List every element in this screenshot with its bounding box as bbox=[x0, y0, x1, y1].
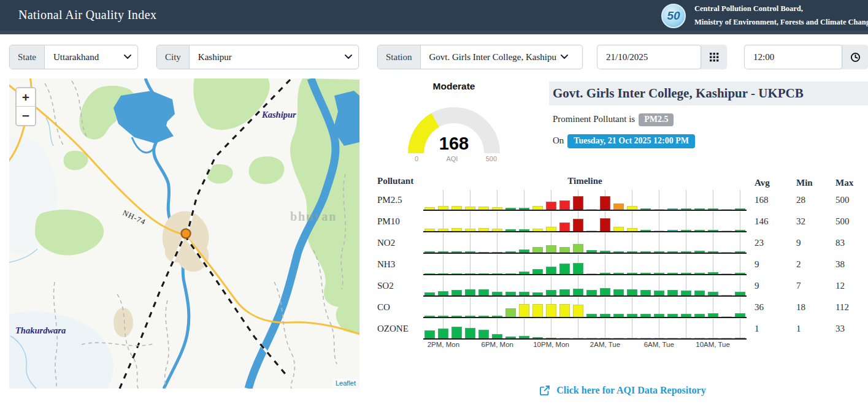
timeline-bar bbox=[438, 316, 448, 317]
timeline-bar bbox=[735, 338, 745, 339]
timeline-bar bbox=[654, 338, 664, 339]
timeline-bar bbox=[694, 230, 705, 231]
timeline-bar bbox=[532, 292, 543, 295]
pollutant-min: 2 bbox=[788, 254, 828, 275]
timeline-bar bbox=[492, 292, 502, 295]
aqi-gauge-block: Moderate 168 0 AQI 500 bbox=[377, 81, 531, 92]
timeline-bar bbox=[559, 200, 570, 210]
timeline-bar bbox=[546, 267, 556, 274]
station-filter-group: Station Govt. Girls Inter College, Kashi… bbox=[377, 45, 583, 69]
timeline-bar bbox=[721, 316, 732, 318]
date-field-group: 21/10/2025 bbox=[597, 45, 727, 69]
state-select[interactable]: Uttarakhand bbox=[45, 45, 124, 69]
timeline-gridline bbox=[686, 319, 686, 338]
timeline-bar bbox=[519, 208, 529, 210]
timeline-bar bbox=[654, 230, 664, 232]
timeline-bar bbox=[613, 338, 624, 339]
pollutant-table-header: Pollutant Timeline Avg Min Max bbox=[377, 176, 868, 189]
pollutant-min: 9 bbox=[788, 232, 828, 254]
chevron-down-icon bbox=[124, 45, 137, 69]
timeline-bar bbox=[559, 247, 570, 253]
timeline-gridline bbox=[470, 233, 470, 253]
timeline-bar bbox=[708, 338, 718, 339]
timeline-bar bbox=[640, 230, 651, 231]
timeline-bar bbox=[721, 230, 732, 232]
date-input[interactable]: 21/10/2025 bbox=[597, 45, 701, 69]
leaflet-map[interactable]: Kashipur Thakurdwara NH-74 bhuvan + − Le… bbox=[9, 78, 359, 389]
timeline-bar bbox=[613, 289, 624, 295]
timeline-bar bbox=[667, 290, 678, 295]
timeline-bar bbox=[573, 305, 583, 317]
timeline-bar bbox=[573, 263, 583, 274]
timeline-gridline bbox=[578, 319, 578, 338]
time-input[interactable]: 12:00 bbox=[744, 45, 842, 69]
timeline-chart bbox=[423, 276, 747, 297]
station-select[interactable]: Govt. Girls Inter College, Kashipu bbox=[421, 45, 561, 69]
timeline-gridline bbox=[713, 190, 713, 210]
timeline-bar bbox=[492, 229, 502, 231]
clock-icon[interactable] bbox=[842, 45, 868, 69]
timeline-bar bbox=[654, 209, 664, 210]
timeline-bar bbox=[654, 273, 664, 274]
timeline-bar bbox=[505, 208, 516, 210]
timeline-gridline bbox=[632, 319, 632, 338]
calendar-icon[interactable] bbox=[701, 45, 727, 69]
prominent-pollutant-badge: PM2.5 bbox=[639, 113, 674, 126]
city-select[interactable]: Kashipur bbox=[190, 45, 345, 69]
station-marker[interactable] bbox=[182, 229, 191, 238]
timeline-bar bbox=[735, 273, 745, 274]
timeline-bar bbox=[667, 230, 678, 231]
leaflet-attribution-link[interactable]: Leaflet bbox=[333, 379, 358, 387]
pollutant-row-nh3: NH39238 bbox=[377, 254, 868, 275]
timeline-gridline bbox=[713, 233, 713, 253]
timeline-bar bbox=[708, 292, 718, 295]
col-min: Min bbox=[788, 176, 828, 189]
timeline-bar bbox=[465, 289, 475, 295]
timeline-bar bbox=[451, 316, 462, 317]
pollutant-row-pm25: PM2.516828500 bbox=[377, 189, 868, 211]
timeline-gridline bbox=[443, 297, 444, 317]
aqi-repository-link[interactable]: Click here for AQI Data Repository bbox=[539, 385, 705, 396]
timeline-bar bbox=[735, 292, 745, 295]
timeline-bar bbox=[478, 207, 489, 210]
station-label: Station bbox=[378, 45, 421, 69]
pollutant-row-so2: SO29712 bbox=[377, 275, 868, 297]
pollutant-min: 32 bbox=[788, 211, 828, 232]
timeline-bar bbox=[505, 251, 516, 253]
timeline-bar bbox=[667, 314, 678, 317]
timeline-bar bbox=[532, 337, 543, 338]
timeline-bar bbox=[708, 208, 718, 210]
timeline-bar bbox=[478, 330, 489, 339]
zoom-in-button[interactable]: + bbox=[17, 88, 35, 107]
timeline-gridline bbox=[497, 233, 497, 253]
timeline-bar bbox=[478, 273, 489, 275]
pollutant-rows: PM2.516828500PM1014632500NO223983NH39238… bbox=[377, 189, 868, 340]
timeline-bar bbox=[735, 313, 745, 317]
timeline-bar bbox=[532, 229, 543, 231]
zoom-out-button[interactable]: − bbox=[17, 107, 35, 125]
prominent-pollutant-label: Prominent Pollutant is bbox=[553, 114, 635, 124]
page-title: National Air Quality Index bbox=[18, 8, 156, 22]
timeline-bar bbox=[546, 290, 556, 295]
timeline-bar bbox=[627, 251, 637, 253]
axis-tick-label: 6PM, Mon bbox=[482, 341, 513, 348]
timeline-bar bbox=[424, 292, 435, 295]
col-avg: Avg bbox=[747, 176, 788, 189]
aqi-repository-link-text: Click here for AQI Data Repository bbox=[556, 385, 705, 396]
axis-tick-label: 10AM, Tue bbox=[696, 341, 730, 348]
timeline-gridline bbox=[605, 233, 605, 253]
timeline-gridline bbox=[497, 254, 497, 274]
timeline-bar bbox=[667, 208, 678, 210]
timeline-bar bbox=[694, 338, 705, 339]
timeline-axis-row: 2PM, Mon6PM, Mon10PM, Mon2AM, Tue6AM, Tu… bbox=[377, 340, 868, 352]
timeline-bar bbox=[586, 230, 597, 232]
timeline-bar bbox=[735, 251, 745, 253]
pollutant-max: 112 bbox=[828, 297, 868, 318]
timeline-bar bbox=[600, 218, 610, 231]
timeline-bar bbox=[438, 291, 448, 295]
timeline-chart bbox=[423, 211, 747, 232]
timeline-bar bbox=[613, 273, 624, 274]
timeline-gridline bbox=[443, 233, 444, 253]
timeline-bar bbox=[438, 229, 448, 231]
timeline-bar bbox=[532, 247, 543, 253]
